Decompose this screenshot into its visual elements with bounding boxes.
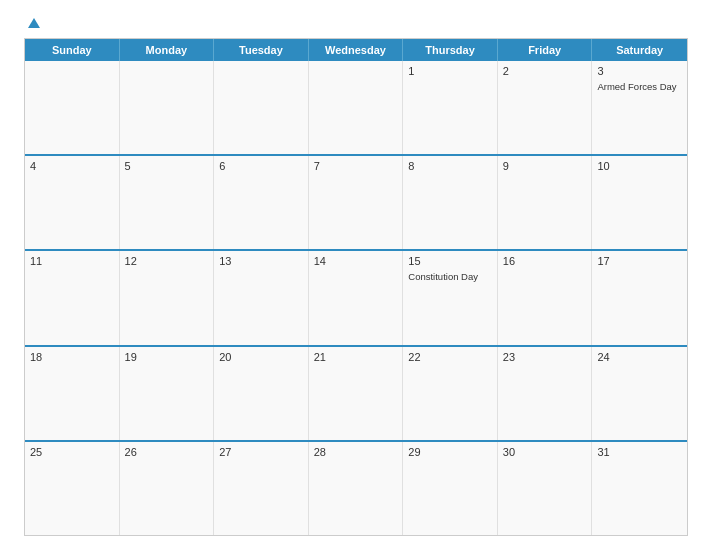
- day-number: 9: [503, 160, 587, 172]
- day-header-saturday: Saturday: [592, 39, 687, 61]
- calendar-cell-1-2: [120, 61, 215, 154]
- day-number: 12: [125, 255, 209, 267]
- calendar-cell-4-7: 24: [592, 347, 687, 440]
- day-number: 4: [30, 160, 114, 172]
- day-number: 3: [597, 65, 682, 77]
- day-number: 13: [219, 255, 303, 267]
- day-number: 22: [408, 351, 492, 363]
- day-number: 18: [30, 351, 114, 363]
- calendar-page: SundayMondayTuesdayWednesdayThursdayFrid…: [0, 0, 712, 550]
- calendar-event: Armed Forces Day: [597, 81, 682, 93]
- calendar-cell-1-7: 3Armed Forces Day: [592, 61, 687, 154]
- day-number: 8: [408, 160, 492, 172]
- day-number: 28: [314, 446, 398, 458]
- day-number: 17: [597, 255, 682, 267]
- calendar-week-3: 1112131415Constitution Day1617: [25, 249, 687, 344]
- calendar-cell-4-5: 22: [403, 347, 498, 440]
- day-number: 11: [30, 255, 114, 267]
- day-number: 1: [408, 65, 492, 77]
- day-number: 19: [125, 351, 209, 363]
- calendar-cell-3-6: 16: [498, 251, 593, 344]
- calendar-cell-2-2: 5: [120, 156, 215, 249]
- day-header-tuesday: Tuesday: [214, 39, 309, 61]
- calendar-cell-4-4: 21: [309, 347, 404, 440]
- day-header-wednesday: Wednesday: [309, 39, 404, 61]
- calendar-cell-2-4: 7: [309, 156, 404, 249]
- day-number: 5: [125, 160, 209, 172]
- day-number: 26: [125, 446, 209, 458]
- calendar-cell-2-3: 6: [214, 156, 309, 249]
- calendar-cell-4-6: 23: [498, 347, 593, 440]
- calendar-cell-5-6: 30: [498, 442, 593, 535]
- calendar-cell-3-4: 14: [309, 251, 404, 344]
- calendar-grid: SundayMondayTuesdayWednesdayThursdayFrid…: [24, 38, 688, 536]
- day-header-sunday: Sunday: [25, 39, 120, 61]
- calendar-body: 123Armed Forces Day456789101112131415Con…: [25, 61, 687, 535]
- calendar-cell-3-1: 11: [25, 251, 120, 344]
- day-number: 15: [408, 255, 492, 267]
- logo-triangle-icon: [28, 18, 40, 28]
- day-number: 23: [503, 351, 587, 363]
- header: [24, 18, 688, 28]
- calendar-cell-5-2: 26: [120, 442, 215, 535]
- calendar-cell-3-5: 15Constitution Day: [403, 251, 498, 344]
- calendar-cell-3-7: 17: [592, 251, 687, 344]
- calendar-week-1: 123Armed Forces Day: [25, 61, 687, 154]
- day-number: 27: [219, 446, 303, 458]
- day-number: 30: [503, 446, 587, 458]
- calendar-cell-5-7: 31: [592, 442, 687, 535]
- day-header-friday: Friday: [498, 39, 593, 61]
- calendar-cell-5-5: 29: [403, 442, 498, 535]
- calendar-cell-5-3: 27: [214, 442, 309, 535]
- calendar-cell-3-2: 12: [120, 251, 215, 344]
- calendar-header-row: SundayMondayTuesdayWednesdayThursdayFrid…: [25, 39, 687, 61]
- calendar-cell-2-1: 4: [25, 156, 120, 249]
- calendar-event: Constitution Day: [408, 271, 492, 283]
- calendar-cell-4-1: 18: [25, 347, 120, 440]
- day-number: 6: [219, 160, 303, 172]
- day-header-monday: Monday: [120, 39, 215, 61]
- day-number: 16: [503, 255, 587, 267]
- calendar-cell-1-4: [309, 61, 404, 154]
- calendar-week-2: 45678910: [25, 154, 687, 249]
- day-number: 31: [597, 446, 682, 458]
- calendar-cell-4-3: 20: [214, 347, 309, 440]
- day-header-thursday: Thursday: [403, 39, 498, 61]
- day-number: 14: [314, 255, 398, 267]
- calendar-week-4: 18192021222324: [25, 345, 687, 440]
- calendar-cell-1-1: [25, 61, 120, 154]
- calendar-cell-5-1: 25: [25, 442, 120, 535]
- calendar-cell-5-4: 28: [309, 442, 404, 535]
- day-number: 21: [314, 351, 398, 363]
- calendar-cell-3-3: 13: [214, 251, 309, 344]
- day-number: 24: [597, 351, 682, 363]
- day-number: 10: [597, 160, 682, 172]
- calendar-cell-1-6: 2: [498, 61, 593, 154]
- day-number: 29: [408, 446, 492, 458]
- calendar-cell-2-7: 10: [592, 156, 687, 249]
- calendar-cell-1-3: [214, 61, 309, 154]
- calendar-cell-2-5: 8: [403, 156, 498, 249]
- calendar-cell-1-5: 1: [403, 61, 498, 154]
- calendar-week-5: 25262728293031: [25, 440, 687, 535]
- day-number: 20: [219, 351, 303, 363]
- calendar-cell-2-6: 9: [498, 156, 593, 249]
- day-number: 25: [30, 446, 114, 458]
- logo: [24, 18, 40, 28]
- day-number: 2: [503, 65, 587, 77]
- logo-blue-text: [24, 18, 40, 28]
- day-number: 7: [314, 160, 398, 172]
- calendar-cell-4-2: 19: [120, 347, 215, 440]
